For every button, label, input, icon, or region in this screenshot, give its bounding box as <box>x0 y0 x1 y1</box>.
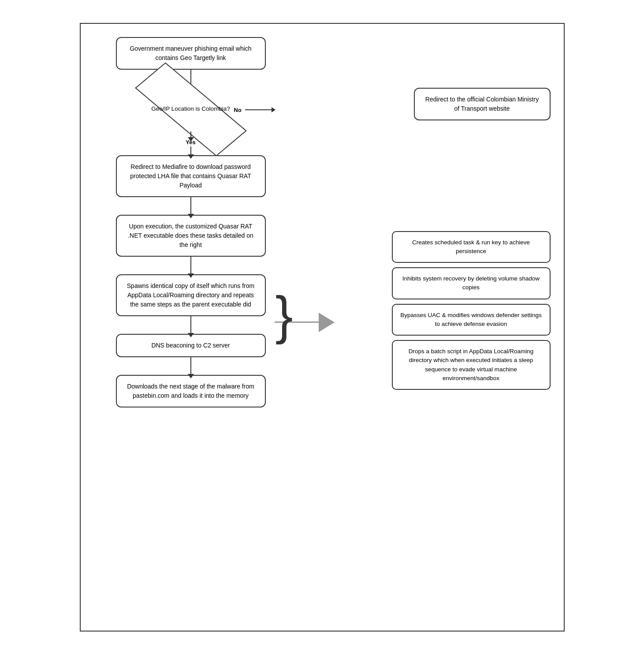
spawns-text: Spawns identical copy of itself which ru… <box>127 282 254 308</box>
arrow-line-4 <box>190 316 191 334</box>
arrow-line-2 <box>190 197 191 215</box>
task4-box: Drops a batch script in AppData Local/Ro… <box>392 340 551 390</box>
task3-text: Bypasses UAC & modifies windows defender… <box>400 312 541 327</box>
task1-box: Creates scheduled task & run key to achi… <box>392 231 551 263</box>
arrow-head <box>319 313 335 332</box>
redirect-no-text: Redirect to the official Colombian Minis… <box>425 96 539 112</box>
redirect-yes-text: Redirect to Mediafire to download passwo… <box>130 163 251 189</box>
downloads-text: Downloads the next stage of the malware … <box>127 383 254 399</box>
task3-box: Bypasses UAC & modifies windows defender… <box>392 304 551 336</box>
execution-box: Upon execution, the customized Quasar RA… <box>116 215 266 257</box>
start-box: Government maneuver phishing email which… <box>116 37 266 70</box>
right-tasks: Creates scheduled task & run key to achi… <box>392 231 551 390</box>
arrow-line-3 <box>190 257 191 274</box>
redirect-no-box: Redirect to the official Colombian Minis… <box>414 88 551 120</box>
no-label: No <box>234 107 242 113</box>
downloads-box: Downloads the next stage of the malware … <box>116 375 266 407</box>
arrow-3 <box>107 257 275 274</box>
start-text: Government maneuver phishing email which… <box>130 45 251 61</box>
no-arrow-head <box>272 107 275 112</box>
redirect-yes-box: Redirect to Mediafire to download passwo… <box>116 155 266 197</box>
task4-text: Drops a batch script in AppData Local/Ro… <box>409 348 534 381</box>
no-branch: No <box>234 107 275 113</box>
execution-text: Upon execution, the customized Quasar RA… <box>128 223 253 248</box>
arrow-5 <box>107 357 275 375</box>
arrow-4 <box>107 316 275 334</box>
diamond-text: Geo/IP Location is Colombia? <box>151 105 230 113</box>
arrow-line-5 <box>190 357 191 375</box>
task2-box: Inhibits system recovery by deleting vol… <box>392 267 551 299</box>
no-arrow-line <box>245 109 272 110</box>
left-flow: Government maneuver phishing email which… <box>107 37 275 407</box>
arrow-line-yes-bottom <box>190 146 191 155</box>
diagram-container: Government maneuver phishing email which… <box>80 23 565 632</box>
redirect-no-container: Redirect to the official Colombian Minis… <box>414 88 551 120</box>
arrow-2 <box>107 197 275 215</box>
arrow-line-yes-top <box>190 131 191 138</box>
task1-text: Creates scheduled task & run key to achi… <box>412 239 530 254</box>
task2-text: Inhibits system recovery by deleting vol… <box>402 275 540 291</box>
yes-connector: Yes <box>107 131 275 155</box>
spawns-box: Spawns identical copy of itself which ru… <box>116 274 266 316</box>
curly-brace: } <box>275 288 293 341</box>
dns-text: DNS beaconing to C2 server <box>151 342 230 349</box>
